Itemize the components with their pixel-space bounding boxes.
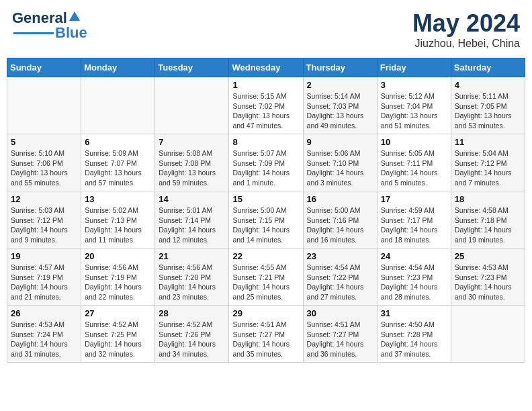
day-number: 7 (159, 137, 225, 147)
day-number: 9 (307, 137, 373, 147)
calendar-cell: 17Sunrise: 4:59 AMSunset: 7:17 PMDayligh… (377, 191, 451, 248)
calendar-cell: 18Sunrise: 4:58 AMSunset: 7:18 PMDayligh… (451, 191, 525, 248)
day-number: 24 (381, 251, 447, 261)
day-info: Sunrise: 5:12 AMSunset: 7:04 PMDaylight:… (381, 91, 447, 131)
calendar-cell: 13Sunrise: 5:02 AMSunset: 7:13 PMDayligh… (81, 191, 155, 248)
day-number: 23 (307, 251, 373, 261)
day-info: Sunrise: 5:05 AMSunset: 7:11 PMDaylight:… (381, 148, 447, 188)
day-number: 11 (455, 137, 521, 147)
calendar-cell: 23Sunrise: 4:54 AMSunset: 7:22 PMDayligh… (303, 248, 377, 306)
col-friday: Friday (377, 58, 451, 77)
day-number: 30 (307, 308, 373, 318)
day-info: Sunrise: 4:54 AMSunset: 7:23 PMDaylight:… (381, 263, 447, 302)
calendar-cell: 20Sunrise: 4:56 AMSunset: 7:19 PMDayligh… (81, 248, 155, 306)
day-number: 31 (381, 308, 447, 318)
day-number: 6 (85, 137, 151, 147)
day-info: Sunrise: 5:15 AMSunset: 7:02 PMDaylight:… (232, 91, 299, 131)
col-monday: Monday (81, 58, 155, 77)
calendar-cell: 31Sunrise: 4:50 AMSunset: 7:28 PMDayligh… (377, 306, 451, 363)
calendar-cell: 8Sunrise: 5:07 AMSunset: 7:09 PMDaylight… (229, 134, 303, 191)
day-info: Sunrise: 4:54 AMSunset: 7:22 PMDaylight:… (307, 263, 373, 302)
calendar-cell: 11Sunrise: 5:04 AMSunset: 7:12 PMDayligh… (451, 134, 525, 191)
day-info: Sunrise: 4:51 AMSunset: 7:27 PMDaylight:… (307, 320, 373, 359)
day-number: 3 (381, 80, 447, 90)
calendar-cell: 19Sunrise: 4:57 AMSunset: 7:19 PMDayligh… (7, 248, 81, 306)
day-info: Sunrise: 5:14 AMSunset: 7:03 PMDaylight:… (307, 91, 373, 131)
calendar-cell: 10Sunrise: 5:05 AMSunset: 7:11 PMDayligh… (377, 134, 451, 191)
day-number: 21 (159, 251, 225, 261)
calendar-cell: 15Sunrise: 5:00 AMSunset: 7:15 PMDayligh… (229, 191, 303, 248)
logo-blue: Blue (55, 24, 87, 42)
day-number: 16 (307, 194, 373, 204)
day-info: Sunrise: 4:52 AMSunset: 7:26 PMDaylight:… (159, 320, 225, 359)
day-number: 8 (232, 137, 299, 147)
day-info: Sunrise: 5:00 AMSunset: 7:16 PMDaylight:… (307, 205, 373, 245)
week-row-2: 5Sunrise: 5:10 AMSunset: 7:06 PMDaylight… (7, 134, 525, 191)
day-info: Sunrise: 5:07 AMSunset: 7:09 PMDaylight:… (232, 148, 299, 188)
location: Jiuzhou, Hebei, China (412, 38, 520, 50)
day-info: Sunrise: 4:53 AMSunset: 7:23 PMDaylight:… (455, 263, 521, 302)
calendar-cell: 3Sunrise: 5:12 AMSunset: 7:04 PMDaylight… (377, 77, 451, 134)
day-info: Sunrise: 5:02 AMSunset: 7:13 PMDaylight:… (85, 205, 151, 245)
day-info: Sunrise: 4:53 AMSunset: 7:24 PMDaylight:… (11, 320, 77, 359)
col-thursday: Thursday (303, 58, 377, 77)
calendar-cell: 6Sunrise: 5:09 AMSunset: 7:07 PMDaylight… (81, 134, 155, 191)
calendar-cell: 30Sunrise: 4:51 AMSunset: 7:27 PMDayligh… (303, 306, 377, 363)
week-row-5: 26Sunrise: 4:53 AMSunset: 7:24 PMDayligh… (7, 306, 525, 363)
calendar-cell (155, 77, 229, 134)
calendar-cell: 21Sunrise: 4:56 AMSunset: 7:20 PMDayligh… (155, 248, 229, 306)
calendar-cell: 22Sunrise: 4:55 AMSunset: 7:21 PMDayligh… (229, 248, 303, 306)
day-number: 12 (11, 194, 77, 204)
day-info: Sunrise: 5:04 AMSunset: 7:12 PMDaylight:… (455, 148, 521, 188)
day-number: 15 (232, 194, 299, 204)
day-number: 18 (455, 194, 521, 204)
week-row-3: 12Sunrise: 5:03 AMSunset: 7:12 PMDayligh… (7, 191, 525, 248)
day-info: Sunrise: 5:10 AMSunset: 7:06 PMDaylight:… (11, 148, 77, 188)
day-info: Sunrise: 4:50 AMSunset: 7:28 PMDaylight:… (381, 320, 447, 359)
day-info: Sunrise: 4:59 AMSunset: 7:17 PMDaylight:… (381, 205, 447, 245)
day-number: 17 (381, 194, 447, 204)
day-number: 28 (159, 308, 225, 318)
logo: General Blue (12, 9, 87, 42)
calendar-cell: 5Sunrise: 5:10 AMSunset: 7:06 PMDaylight… (7, 134, 81, 191)
day-info: Sunrise: 4:56 AMSunset: 7:20 PMDaylight:… (159, 263, 225, 302)
col-saturday: Saturday (451, 58, 525, 77)
calendar-cell: 27Sunrise: 4:52 AMSunset: 7:25 PMDayligh… (81, 306, 155, 363)
calendar-cell: 12Sunrise: 5:03 AMSunset: 7:12 PMDayligh… (7, 191, 81, 248)
calendar-table: Sunday Monday Tuesday Wednesday Thursday… (7, 58, 525, 363)
day-info: Sunrise: 4:57 AMSunset: 7:19 PMDaylight:… (11, 263, 77, 302)
calendar-cell (7, 77, 81, 134)
day-number: 20 (85, 251, 151, 261)
day-info: Sunrise: 4:56 AMSunset: 7:19 PMDaylight:… (85, 263, 151, 302)
week-row-4: 19Sunrise: 4:57 AMSunset: 7:19 PMDayligh… (7, 248, 525, 306)
week-row-1: 1Sunrise: 5:15 AMSunset: 7:02 PMDaylight… (7, 77, 525, 134)
calendar-cell: 7Sunrise: 5:08 AMSunset: 7:08 PMDaylight… (155, 134, 229, 191)
calendar-cell: 26Sunrise: 4:53 AMSunset: 7:24 PMDayligh… (7, 306, 81, 363)
calendar-cell: 29Sunrise: 4:51 AMSunset: 7:27 PMDayligh… (229, 306, 303, 363)
calendar-cell: 28Sunrise: 4:52 AMSunset: 7:26 PMDayligh… (155, 306, 229, 363)
day-number: 19 (11, 251, 77, 261)
day-info: Sunrise: 4:52 AMSunset: 7:25 PMDaylight:… (85, 320, 151, 359)
calendar-cell: 16Sunrise: 5:00 AMSunset: 7:16 PMDayligh… (303, 191, 377, 248)
day-number: 4 (455, 80, 521, 90)
calendar-header-row: Sunday Monday Tuesday Wednesday Thursday… (7, 58, 525, 77)
calendar-cell (81, 77, 155, 134)
col-sunday: Sunday (7, 58, 81, 77)
day-info: Sunrise: 5:00 AMSunset: 7:15 PMDaylight:… (232, 205, 299, 245)
day-info: Sunrise: 4:51 AMSunset: 7:27 PMDaylight:… (232, 320, 299, 359)
day-number: 22 (232, 251, 299, 261)
calendar-cell: 25Sunrise: 4:53 AMSunset: 7:23 PMDayligh… (451, 248, 525, 306)
month-title: May 2024 (412, 9, 520, 38)
day-info: Sunrise: 5:06 AMSunset: 7:10 PMDaylight:… (307, 148, 373, 188)
day-number: 14 (159, 194, 225, 204)
day-info: Sunrise: 4:55 AMSunset: 7:21 PMDaylight:… (232, 263, 299, 302)
calendar-cell: 1Sunrise: 5:15 AMSunset: 7:02 PMDaylight… (229, 77, 303, 134)
day-number: 29 (232, 308, 299, 318)
day-info: Sunrise: 5:11 AMSunset: 7:05 PMDaylight:… (455, 91, 521, 131)
calendar-cell: 14Sunrise: 5:01 AMSunset: 7:14 PMDayligh… (155, 191, 229, 248)
day-info: Sunrise: 5:01 AMSunset: 7:14 PMDaylight:… (159, 205, 225, 245)
day-info: Sunrise: 4:58 AMSunset: 7:18 PMDaylight:… (455, 205, 521, 245)
day-number: 26 (11, 308, 77, 318)
svg-marker-0 (69, 11, 80, 21)
calendar-cell: 2Sunrise: 5:14 AMSunset: 7:03 PMDaylight… (303, 77, 377, 134)
